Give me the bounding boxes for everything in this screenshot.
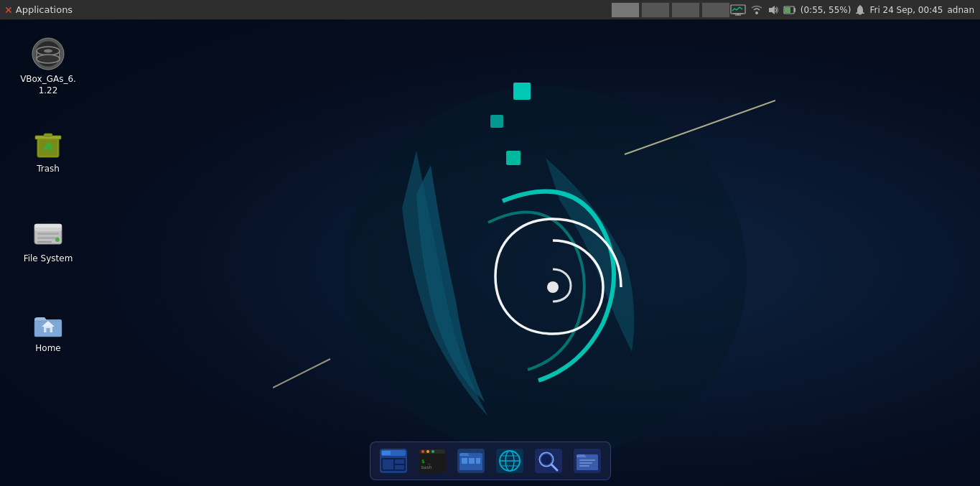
svg-point-49 bbox=[421, 450, 424, 453]
svg-line-6 bbox=[273, 359, 330, 388]
dock-item-search[interactable] bbox=[530, 445, 567, 477]
network-icon[interactable] bbox=[750, 4, 763, 16]
trash-label: Trash bbox=[37, 164, 60, 175]
svg-rect-42 bbox=[382, 451, 391, 455]
workspace-switcher bbox=[611, 2, 730, 18]
bell-icon[interactable] bbox=[855, 4, 865, 16]
svg-rect-30 bbox=[34, 224, 62, 228]
applications-label: Applications bbox=[16, 4, 73, 15]
datetime: Fri 24 Sep, 00:45 bbox=[869, 5, 943, 15]
desktop-icon-home[interactable]: Home bbox=[16, 302, 80, 359]
system-monitor-icon[interactable] bbox=[730, 4, 746, 16]
svg-rect-1 bbox=[513, 83, 531, 100]
volume-icon[interactable] bbox=[767, 4, 779, 16]
svg-rect-75 bbox=[579, 465, 589, 467]
desktop-icon-vbox[interactable]: VBox_GAs_6. 1.22 bbox=[16, 32, 80, 101]
battery-text: (0:55, 55%) bbox=[801, 5, 851, 15]
taskbar: $ _ bash bbox=[370, 441, 611, 480]
svg-rect-33 bbox=[37, 241, 52, 243]
svg-point-4 bbox=[547, 281, 559, 293]
browser-icon bbox=[496, 447, 523, 475]
svg-rect-45 bbox=[395, 459, 404, 464]
svg-rect-15 bbox=[785, 7, 790, 13]
svg-rect-73 bbox=[579, 459, 595, 461]
svg-point-22 bbox=[44, 50, 52, 53]
dock-item-files[interactable] bbox=[569, 445, 606, 477]
svg-rect-44 bbox=[383, 459, 393, 469]
panel-right: (0:55, 55%) Fri 24 Sep, 00:45 adnan bbox=[730, 4, 980, 16]
filesystem-icon-image bbox=[31, 216, 65, 251]
svg-marker-12 bbox=[769, 6, 775, 14]
applications-menu[interactable]: ✕ Applications bbox=[4, 4, 73, 16]
terminal-icon: $ _ bash bbox=[419, 447, 446, 475]
svg-rect-14 bbox=[794, 8, 795, 12]
filesystem-label: File System bbox=[24, 253, 73, 265]
desktop-icon-trash[interactable]: Trash bbox=[16, 122, 80, 179]
xfce-panel-icon bbox=[380, 447, 407, 475]
top-panel: ✕ Applications bbox=[0, 0, 980, 20]
svg-rect-74 bbox=[579, 462, 592, 464]
username: adnan bbox=[947, 5, 974, 15]
svg-rect-59 bbox=[476, 458, 480, 464]
svg-text:bash: bash bbox=[421, 464, 432, 469]
workspace-3[interactable] bbox=[671, 2, 700, 18]
dock-item-browser[interactable] bbox=[491, 445, 528, 477]
files-icon bbox=[574, 447, 601, 475]
svg-rect-46 bbox=[395, 465, 404, 469]
workspace-2[interactable] bbox=[641, 2, 670, 18]
dock-item-xfce-panel[interactable] bbox=[375, 445, 412, 477]
svg-point-21 bbox=[37, 55, 60, 63]
svg-point-34 bbox=[55, 238, 60, 242]
dock-item-terminal[interactable]: $ _ bash bbox=[414, 445, 451, 477]
thunar-icon bbox=[457, 447, 485, 475]
search-icon bbox=[535, 447, 562, 475]
desktop: ✕ Applications bbox=[0, 0, 980, 486]
workspace-1[interactable] bbox=[611, 2, 640, 18]
vbox-icon-image bbox=[31, 37, 65, 71]
svg-rect-58 bbox=[469, 458, 475, 464]
desktop-wallpaper bbox=[273, 43, 775, 474]
svg-point-11 bbox=[755, 11, 758, 14]
home-icon-image bbox=[31, 306, 65, 340]
svg-point-0 bbox=[345, 86, 747, 459]
vbox-label: VBox_GAs_6. 1.22 bbox=[20, 74, 76, 96]
battery-icon[interactable] bbox=[783, 5, 796, 15]
desktop-icon-filesystem[interactable]: File System bbox=[16, 212, 80, 269]
svg-rect-57 bbox=[462, 458, 467, 464]
svg-rect-2 bbox=[490, 115, 503, 128]
svg-rect-3 bbox=[506, 151, 521, 165]
svg-rect-7 bbox=[731, 5, 745, 14]
svg-point-51 bbox=[431, 450, 434, 453]
workspace-4[interactable] bbox=[701, 2, 730, 18]
home-label: Home bbox=[35, 343, 60, 355]
svg-rect-27 bbox=[44, 134, 52, 136]
dock-item-thunar[interactable] bbox=[452, 445, 490, 477]
xfce-icon: ✕ bbox=[4, 4, 13, 16]
svg-rect-39 bbox=[47, 328, 50, 332]
panel-left: ✕ Applications bbox=[0, 4, 611, 16]
svg-text:$ _: $ _ bbox=[421, 459, 431, 464]
svg-rect-31 bbox=[37, 233, 59, 235]
svg-point-50 bbox=[426, 450, 429, 453]
trash-icon-image bbox=[31, 126, 65, 161]
